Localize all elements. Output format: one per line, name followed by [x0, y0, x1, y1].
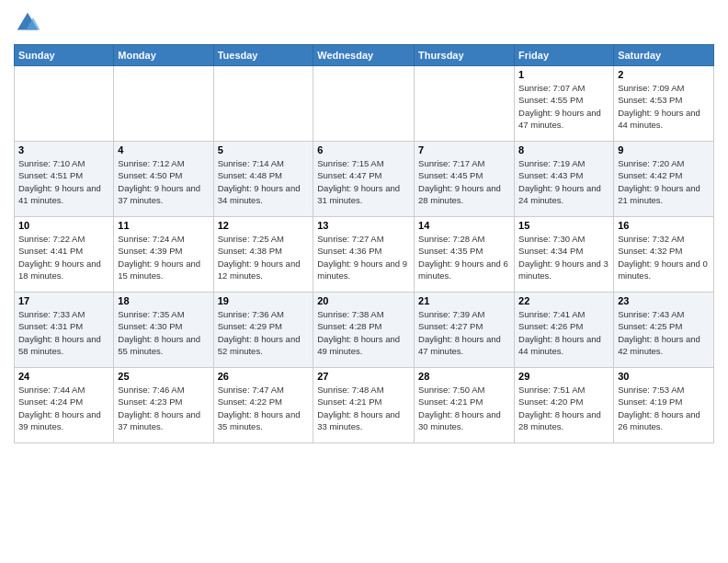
day-number: 17 [18, 295, 109, 306]
day-info: Sunrise: 7:48 AMSunset: 4:21 PMDaylight:… [317, 384, 410, 432]
weekday-header-wednesday: Wednesday [313, 45, 415, 66]
calendar-cell: 17Sunrise: 7:33 AMSunset: 4:31 PMDayligh… [15, 293, 114, 368]
logo [14, 9, 46, 37]
day-info: Sunrise: 7:12 AMSunset: 4:50 PMDaylight:… [118, 157, 209, 206]
day-info: Sunrise: 7:30 AMSunset: 4:34 PMDaylight:… [518, 233, 609, 282]
day-number: 26 [218, 371, 310, 382]
day-number: 3 [18, 144, 109, 155]
day-info: Sunrise: 7:28 AMSunset: 4:35 PMDaylight:… [418, 233, 510, 282]
calendar-cell: 11Sunrise: 7:24 AMSunset: 4:39 PMDayligh… [114, 217, 213, 293]
day-info: Sunrise: 7:50 AMSunset: 4:21 PMDaylight:… [418, 384, 510, 432]
day-info: Sunrise: 7:39 AMSunset: 4:27 PMDaylight:… [418, 308, 510, 357]
day-number: 8 [518, 144, 609, 155]
calendar-cell: 4Sunrise: 7:12 AMSunset: 4:50 PMDaylight… [114, 142, 213, 217]
calendar-week-1: 1Sunrise: 7:07 AMSunset: 4:55 PMDaylight… [15, 66, 714, 142]
day-number: 21 [418, 295, 510, 306]
calendar-cell: 13Sunrise: 7:27 AMSunset: 4:36 PMDayligh… [313, 217, 415, 293]
page: SundayMondayTuesdayWednesdayThursdayFrid… [0, 0, 728, 563]
calendar-cell: 14Sunrise: 7:28 AMSunset: 4:35 PMDayligh… [415, 217, 515, 293]
calendar-cell: 16Sunrise: 7:32 AMSunset: 4:32 PMDayligh… [614, 217, 714, 293]
calendar-cell: 2Sunrise: 7:09 AMSunset: 4:53 PMDaylight… [614, 66, 714, 142]
calendar-cell: 5Sunrise: 7:14 AMSunset: 4:48 PMDaylight… [213, 142, 313, 217]
calendar-week-2: 3Sunrise: 7:10 AMSunset: 4:51 PMDaylight… [15, 142, 714, 217]
calendar-cell: 7Sunrise: 7:17 AMSunset: 4:45 PMDaylight… [415, 142, 515, 217]
day-number: 16 [618, 220, 710, 231]
calendar-cell: 27Sunrise: 7:48 AMSunset: 4:21 PMDayligh… [313, 368, 415, 443]
day-info: Sunrise: 7:22 AMSunset: 4:41 PMDaylight:… [18, 233, 109, 282]
day-info: Sunrise: 7:51 AMSunset: 4:20 PMDaylight:… [518, 384, 609, 432]
calendar-cell: 3Sunrise: 7:10 AMSunset: 4:51 PMDaylight… [15, 142, 114, 217]
calendar-cell: 23Sunrise: 7:43 AMSunset: 4:25 PMDayligh… [614, 293, 714, 368]
calendar-cell: 6Sunrise: 7:15 AMSunset: 4:47 PMDaylight… [313, 142, 415, 217]
day-info: Sunrise: 7:15 AMSunset: 4:47 PMDaylight:… [317, 157, 410, 206]
day-info: Sunrise: 7:25 AMSunset: 4:38 PMDaylight:… [218, 233, 310, 282]
day-number: 15 [518, 220, 609, 231]
calendar-cell [313, 66, 415, 142]
day-number: 27 [317, 371, 410, 382]
weekday-header-tuesday: Tuesday [213, 45, 313, 66]
day-number: 10 [18, 220, 109, 231]
day-number: 20 [317, 295, 410, 306]
calendar-header: SundayMondayTuesdayWednesdayThursdayFrid… [15, 45, 714, 66]
calendar-cell: 15Sunrise: 7:30 AMSunset: 4:34 PMDayligh… [515, 217, 614, 293]
calendar-cell: 28Sunrise: 7:50 AMSunset: 4:21 PMDayligh… [415, 368, 515, 443]
day-number: 7 [418, 144, 510, 155]
weekday-header-friday: Friday [515, 45, 614, 66]
calendar-body: 1Sunrise: 7:07 AMSunset: 4:55 PMDaylight… [15, 66, 714, 443]
calendar-cell: 21Sunrise: 7:39 AMSunset: 4:27 PMDayligh… [415, 293, 515, 368]
day-number: 5 [218, 144, 310, 155]
day-number: 1 [518, 69, 609, 80]
calendar-cell: 12Sunrise: 7:25 AMSunset: 4:38 PMDayligh… [213, 217, 313, 293]
day-info: Sunrise: 7:24 AMSunset: 4:39 PMDaylight:… [118, 233, 209, 282]
calendar-cell: 1Sunrise: 7:07 AMSunset: 4:55 PMDaylight… [515, 66, 614, 142]
weekday-header-sunday: Sunday [15, 45, 114, 66]
day-info: Sunrise: 7:43 AMSunset: 4:25 PMDaylight:… [618, 308, 710, 357]
calendar-cell: 20Sunrise: 7:38 AMSunset: 4:28 PMDayligh… [313, 293, 415, 368]
day-info: Sunrise: 7:19 AMSunset: 4:43 PMDaylight:… [518, 157, 609, 206]
calendar-cell: 25Sunrise: 7:46 AMSunset: 4:23 PMDayligh… [114, 368, 213, 443]
day-number: 19 [218, 295, 310, 306]
calendar-cell [213, 66, 313, 142]
calendar-cell: 30Sunrise: 7:53 AMSunset: 4:19 PMDayligh… [614, 368, 714, 443]
calendar-cell [114, 66, 213, 142]
day-number: 23 [618, 295, 710, 306]
day-info: Sunrise: 7:36 AMSunset: 4:29 PMDaylight:… [218, 308, 310, 357]
calendar-cell [15, 66, 114, 142]
day-number: 6 [317, 144, 410, 155]
day-number: 11 [118, 220, 209, 231]
calendar-cell: 24Sunrise: 7:44 AMSunset: 4:24 PMDayligh… [15, 368, 114, 443]
day-info: Sunrise: 7:47 AMSunset: 4:22 PMDaylight:… [218, 384, 310, 432]
calendar-week-4: 17Sunrise: 7:33 AMSunset: 4:31 PMDayligh… [15, 293, 714, 368]
day-number: 18 [118, 295, 209, 306]
day-number: 12 [218, 220, 310, 231]
calendar-cell: 10Sunrise: 7:22 AMSunset: 4:41 PMDayligh… [15, 217, 114, 293]
calendar-cell: 9Sunrise: 7:20 AMSunset: 4:42 PMDaylight… [614, 142, 714, 217]
day-info: Sunrise: 7:27 AMSunset: 4:36 PMDaylight:… [317, 233, 410, 282]
day-number: 9 [618, 144, 710, 155]
calendar-week-5: 24Sunrise: 7:44 AMSunset: 4:24 PMDayligh… [15, 368, 714, 443]
day-info: Sunrise: 7:44 AMSunset: 4:24 PMDaylight:… [18, 384, 109, 432]
weekday-header-monday: Monday [114, 45, 213, 66]
day-number: 2 [618, 69, 710, 80]
day-info: Sunrise: 7:32 AMSunset: 4:32 PMDaylight:… [618, 233, 710, 282]
day-info: Sunrise: 7:09 AMSunset: 4:53 PMDaylight:… [618, 82, 710, 131]
calendar-cell: 29Sunrise: 7:51 AMSunset: 4:20 PMDayligh… [515, 368, 614, 443]
day-info: Sunrise: 7:33 AMSunset: 4:31 PMDaylight:… [18, 308, 109, 357]
day-info: Sunrise: 7:46 AMSunset: 4:23 PMDaylight:… [118, 384, 209, 432]
day-info: Sunrise: 7:07 AMSunset: 4:55 PMDaylight:… [518, 82, 609, 131]
calendar-cell [415, 66, 515, 142]
day-number: 24 [18, 371, 109, 382]
day-info: Sunrise: 7:14 AMSunset: 4:48 PMDaylight:… [218, 157, 310, 206]
day-info: Sunrise: 7:35 AMSunset: 4:30 PMDaylight:… [118, 308, 209, 357]
calendar-cell: 18Sunrise: 7:35 AMSunset: 4:30 PMDayligh… [114, 293, 213, 368]
day-info: Sunrise: 7:20 AMSunset: 4:42 PMDaylight:… [618, 157, 710, 206]
day-number: 14 [418, 220, 510, 231]
weekday-header-row: SundayMondayTuesdayWednesdayThursdayFrid… [15, 45, 714, 66]
day-info: Sunrise: 7:41 AMSunset: 4:26 PMDaylight:… [518, 308, 609, 357]
header [14, 9, 714, 37]
weekday-header-thursday: Thursday [415, 45, 515, 66]
calendar-cell: 8Sunrise: 7:19 AMSunset: 4:43 PMDaylight… [515, 142, 614, 217]
day-number: 4 [118, 144, 209, 155]
calendar-table: SundayMondayTuesdayWednesdayThursdayFrid… [14, 44, 714, 443]
day-number: 25 [118, 371, 209, 382]
